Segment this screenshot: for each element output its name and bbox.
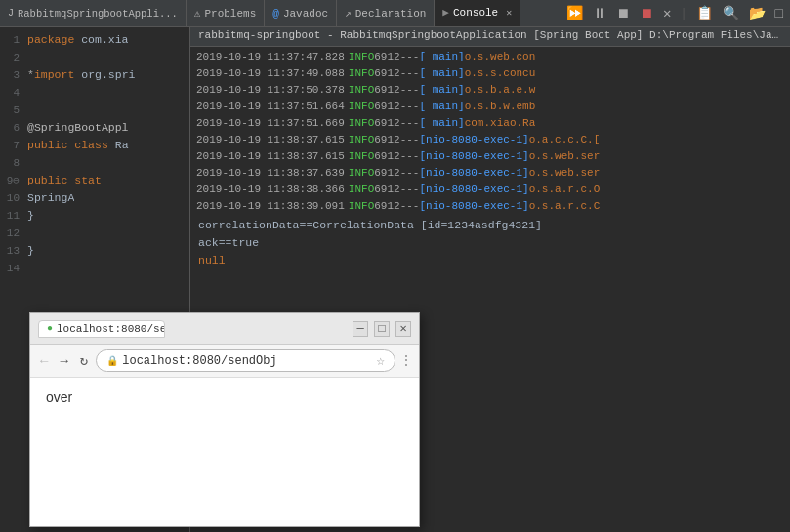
- code-line-1: 1package com.xia: [0, 31, 189, 49]
- console-line-4: 2019-10-19 11:37:51.664 INFO 6912 --- [ …: [190, 99, 790, 115]
- browser-tab[interactable]: ● localhost:8080/sen... ✕: [38, 320, 165, 338]
- page-content-text: over: [46, 389, 72, 405]
- code-line-2: 2: [0, 49, 189, 66]
- bookmark-icon[interactable]: ☆: [377, 352, 385, 369]
- console-line-3: 2019-10-19 11:37:50.378 INFO 6912 --- [ …: [190, 82, 790, 99]
- window-close-btn[interactable]: ✕: [395, 321, 411, 337]
- browser-window-controls: ─ □ ✕: [353, 321, 411, 337]
- skip-forward-btn[interactable]: ⏩: [563, 3, 586, 23]
- code-line-3: 3*import org.spri: [0, 66, 189, 84]
- open-btn[interactable]: 📂: [746, 3, 769, 23]
- browser-tab-label: localhost:8080/sen...: [57, 323, 165, 335]
- console-line-7: 2019-10-19 11:38:37.615 INFO 6912 --- [n…: [190, 148, 790, 165]
- console-line-1: 2019-10-19 11:37:47.828 INFO 6912 --- [ …: [190, 49, 790, 65]
- code-line-9: 9⊖ public stat: [0, 172, 189, 189]
- browser-content: over: [30, 378, 419, 526]
- console-line-9: 2019-10-19 11:38:38.366 INFO 6912 --- [n…: [190, 182, 790, 198]
- window-maximize-btn[interactable]: □: [374, 321, 390, 337]
- copy-btn[interactable]: 📋: [693, 3, 716, 23]
- tab-problems[interactable]: ⚠ Problems: [187, 0, 265, 26]
- code-line-14: 14: [0, 260, 189, 277]
- tab-console[interactable]: ▶ Console ✕: [435, 0, 520, 26]
- browser-tab-area: ● localhost:8080/sen... ✕: [38, 320, 347, 338]
- console-line-10: 2019-10-19 11:38:39.091 INFO 6912 --- [n…: [190, 198, 790, 215]
- code-line-13: 13}: [0, 242, 189, 260]
- console-line-5: 2019-10-19 11:37:51.669 INFO 6912 --- [ …: [190, 115, 790, 132]
- code-line-5: 5: [0, 102, 189, 119]
- javadoc-icon: @: [272, 8, 279, 20]
- console-line-8: 2019-10-19 11:38:37.639 INFO 6912 --- [n…: [190, 165, 790, 182]
- tab-declaration[interactable]: ↗ Declaration: [337, 0, 435, 26]
- stop2-btn[interactable]: ⏹: [637, 4, 656, 23]
- window-minimize-btn[interactable]: ─: [353, 321, 368, 337]
- console-line-2: 2019-10-19 11:37:49.088 INFO 6912 --- [ …: [190, 65, 790, 82]
- problems-icon: ⚠: [194, 7, 201, 20]
- tab-javadoc[interactable]: @ Javadoc: [265, 0, 337, 26]
- browser-titlebar: ● localhost:8080/sen... ✕ ─ □ ✕: [30, 313, 419, 345]
- console-header: rabbitmq-springboot - RabbitmqSpringboot…: [190, 27, 790, 47]
- code-line-10: 10 SpringA: [0, 189, 189, 207]
- code-line-6: 6@SpringBootAppl: [0, 119, 189, 137]
- address-bar[interactable]: 🔒 localhost:8080/sendObj ☆: [96, 349, 395, 372]
- code-line-11: 11 }: [0, 207, 189, 225]
- pause-btn[interactable]: ⏸: [590, 4, 609, 23]
- console-icon: ▶: [442, 6, 449, 19]
- tab-icon-rabbitmq: J: [8, 8, 14, 19]
- browser-menu-btn[interactable]: ⋮: [399, 352, 413, 369]
- console-line-6: 2019-10-19 11:38:37.615 INFO 6912 --- [n…: [190, 132, 790, 148]
- address-text: localhost:8080/sendObj: [122, 354, 372, 368]
- declaration-icon: ↗: [345, 7, 352, 20]
- console-extra-1: correlationData==CorrelationData [id=123…: [190, 215, 790, 271]
- back-button[interactable]: ←: [36, 351, 52, 371]
- stop-btn[interactable]: ⏹: [613, 4, 633, 23]
- browser-toolbar: ← → ↻ 🔒 localhost:8080/sendObj ☆ ⋮: [30, 345, 419, 378]
- browser-window: ● localhost:8080/sen... ✕ ─ □ ✕ ← → ↻ 🔒 …: [29, 312, 420, 527]
- search-btn[interactable]: 🔍: [720, 3, 742, 23]
- code-line-8: 8: [0, 154, 189, 172]
- tab-bar-controls: ⏩ ⏸ ⏹ ⏹ ✕ | 📋 🔍 📂 □: [560, 0, 790, 26]
- reload-button[interactable]: ↻: [76, 350, 92, 371]
- code-line-4: 4: [0, 84, 189, 102]
- tab-rabbitmq[interactable]: J RabbitmqSpringbootAppli...: [0, 0, 187, 26]
- close-btn[interactable]: ✕: [660, 3, 674, 23]
- collapse-btn[interactable]: □: [772, 4, 786, 23]
- browser-favicon: ●: [47, 323, 53, 334]
- code-line-12: 12: [0, 225, 189, 242]
- code-line-7: 7public class Ra: [0, 137, 189, 154]
- tab-bar: J RabbitmqSpringbootAppli... ⚠ Problems …: [0, 0, 790, 27]
- lock-icon: 🔒: [106, 355, 118, 367]
- tab-close-icon[interactable]: ✕: [506, 7, 512, 19]
- forward-button[interactable]: →: [56, 351, 71, 371]
